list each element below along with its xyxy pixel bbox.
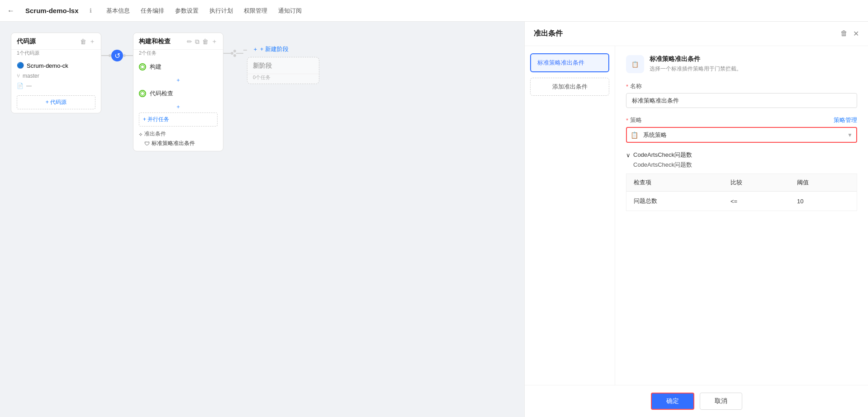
branch-item: ⑂ master bbox=[11, 72, 101, 82]
check-table-header-row: 检查项 比较 阈值 bbox=[626, 174, 857, 192]
strategy-icon: 📋 bbox=[631, 61, 639, 68]
back-button[interactable]: ← bbox=[7, 7, 14, 15]
nav-items: 基本信息 任务编排 参数设置 执行计划 权限管理 通知订阅 bbox=[106, 7, 302, 15]
stage-build: 构建和检查 ✏ ⧉ 🗑 ＋ 2个任务 bbox=[133, 33, 243, 151]
task-code-check-add[interactable]: ＋ bbox=[133, 101, 223, 112]
stage-card-build: 构建和检查 ✏ ⧉ 🗑 ＋ 2个任务 bbox=[133, 33, 223, 151]
col-check: 检查项 bbox=[626, 174, 723, 192]
pipeline-canvas: 代码源 🗑 ＋ 1个代码源 🔵 Scrum-demo-ck ⑂ bbox=[0, 22, 524, 162]
stage-build-add[interactable]: ＋ bbox=[211, 37, 218, 46]
file-icon: 📄 bbox=[17, 83, 24, 89]
connector-2 bbox=[223, 33, 243, 57]
col-compare: 比较 bbox=[723, 174, 790, 192]
strategy-info-text: 标准策略准出条件 选择一个标准插件策略用于门禁拦截。 bbox=[650, 55, 742, 73]
nav-item-tasks[interactable]: 任务编排 bbox=[141, 7, 164, 15]
add-stage-section: ＋ + 新建阶段 新阶段 0个任务 bbox=[247, 33, 319, 84]
add-stage-line bbox=[243, 50, 247, 51]
section-collapse-icon: ∨ bbox=[626, 152, 631, 159]
exit-condition-item[interactable]: 🛡 标准策略准出条件 bbox=[139, 138, 218, 147]
strategy-select-arrow: ▼ bbox=[847, 132, 853, 138]
stage-source-actions: 🗑 ＋ bbox=[80, 37, 95, 46]
check-section: ∨ CodeArtsCheck问题数 CodeArtsCheck问题数 检查项 … bbox=[626, 151, 857, 211]
exit-condition-title: 准出条件 bbox=[144, 130, 166, 138]
task-build-name: 构建 bbox=[150, 63, 161, 71]
parallel-add-button[interactable]: + 并行任务 bbox=[143, 116, 169, 122]
panel-delete-button[interactable]: 🗑 bbox=[840, 29, 848, 38]
info-icon[interactable]: ℹ bbox=[90, 7, 92, 14]
right-panel-title: 准出条件 bbox=[534, 29, 563, 38]
stage-new-title: 新阶段 bbox=[253, 62, 272, 70]
cancel-button[interactable]: 取消 bbox=[700, 393, 742, 410]
nav-item-basic[interactable]: 基本信息 bbox=[106, 7, 130, 15]
stage-source-title: 代码源 bbox=[17, 37, 36, 46]
source-item-repo: 🔵 Scrum-demo-ck bbox=[11, 59, 101, 72]
panel-close-button[interactable]: ✕ bbox=[853, 29, 859, 38]
stage-source-subtitle: 1个代码源 bbox=[11, 50, 101, 59]
check-table: 检查项 比较 阈值 问题总数 <= 10 bbox=[626, 173, 857, 211]
col-threshold: 阈值 bbox=[790, 174, 857, 192]
nav-item-plan[interactable]: 执行计划 bbox=[209, 7, 233, 15]
stage-source-add[interactable]: ＋ bbox=[89, 37, 95, 46]
cell-compare: <= bbox=[723, 192, 790, 211]
form-label-name: * 名称 bbox=[626, 82, 857, 90]
check-section-sub-label: CodeArtsCheck问题数 bbox=[626, 161, 857, 169]
task-code-check-icon bbox=[139, 90, 146, 97]
strategy-icon-box: 📋 bbox=[626, 55, 644, 73]
nav-item-access[interactable]: 权限管理 bbox=[244, 7, 267, 15]
check-section-header[interactable]: ∨ CodeArtsCheck问题数 bbox=[626, 151, 857, 159]
stage-build-edit[interactable]: ✏ bbox=[187, 38, 192, 45]
cell-threshold: 10 bbox=[790, 192, 857, 211]
source-repo-name[interactable]: Scrum-demo-ck bbox=[27, 62, 68, 69]
strategy-select-wrapper: 📋 系统策略 ▼ bbox=[626, 127, 857, 143]
check-table-body: 问题总数 <= 10 bbox=[626, 192, 857, 211]
condition-btn-standard[interactable]: 标准策略准出条件 bbox=[530, 53, 609, 72]
task-build-add[interactable]: ＋ bbox=[133, 75, 223, 86]
name-required-mark: * bbox=[626, 83, 628, 90]
add-stage-button[interactable]: ＋ + 新建阶段 bbox=[247, 42, 319, 57]
stage-build-delete[interactable]: 🗑 bbox=[202, 38, 209, 45]
stage-build-copy[interactable]: ⧉ bbox=[195, 38, 199, 46]
right-panel-footer: 确定 取消 bbox=[525, 385, 868, 417]
stage-source-title-group: 代码源 bbox=[17, 37, 36, 46]
add-stage-plus: ＋ bbox=[252, 45, 258, 53]
repo-icon: 🔵 bbox=[17, 62, 24, 69]
stage-source: 代码源 🗑 ＋ 1个代码源 🔵 Scrum-demo-ck ⑂ bbox=[11, 33, 133, 113]
task-build-icon bbox=[139, 63, 146, 70]
stage-new-header: 新阶段 bbox=[247, 57, 319, 74]
branch-name: master bbox=[23, 73, 39, 79]
add-stage-label: + 新建阶段 bbox=[260, 45, 289, 53]
task-build[interactable]: 构建 bbox=[133, 59, 223, 75]
stage-source-delete[interactable]: 🗑 bbox=[80, 38, 86, 45]
confirm-button[interactable]: 确定 bbox=[651, 393, 694, 410]
svg-point-1 bbox=[141, 92, 144, 95]
form-field-strategy: * 策略 策略管理 📋 系统策略 ▼ bbox=[626, 116, 857, 143]
nav-item-params[interactable]: 参数设置 bbox=[175, 7, 199, 15]
check-table-head: 检查项 比较 阈值 bbox=[626, 174, 857, 192]
stage-new: 新阶段 0个任务 bbox=[247, 57, 319, 84]
add-source-button[interactable]: + 代码源 bbox=[17, 95, 95, 109]
task-code-check[interactable]: 代码检查 bbox=[133, 86, 223, 101]
name-input[interactable] bbox=[626, 93, 857, 108]
right-panel-body: 标准策略准出条件 添加准出条件 📋 标准策略准出条件 选择一个标准插件策略用于门… bbox=[525, 46, 868, 385]
stage-card-source: 代码源 🗑 ＋ 1个代码源 🔵 Scrum-demo-ck ⑂ bbox=[11, 33, 101, 113]
stage-source-header: 代码源 🗑 ＋ bbox=[11, 33, 101, 50]
connector-circle[interactable]: ↺ bbox=[111, 50, 123, 61]
connector-2-top-dot bbox=[233, 50, 236, 52]
branch-icon: ⑂ bbox=[17, 73, 20, 79]
connector-2-line-left bbox=[223, 53, 231, 54]
strategy-management-link[interactable]: 策略管理 bbox=[834, 116, 857, 124]
parallel-section: + 并行任务 bbox=[139, 112, 218, 127]
nav-item-notify[interactable]: 通知订阅 bbox=[278, 7, 302, 15]
condition-btn-add[interactable]: 添加准出条件 bbox=[530, 78, 609, 96]
exit-icon: ⟡ bbox=[139, 131, 142, 137]
strategy-label-text: 策略 bbox=[630, 116, 642, 124]
exit-condition-header: ⟡ 准出条件 bbox=[139, 130, 218, 138]
canvas-area: 代码源 🗑 ＋ 1个代码源 🔵 Scrum-demo-ck ⑂ bbox=[0, 22, 524, 417]
stage-build-title: 构建和检查 bbox=[139, 37, 171, 46]
strategy-select[interactable]: 系统策略 bbox=[626, 127, 857, 143]
right-panel: 准出条件 🗑 ✕ 标准策略准出条件 添加准出条件 📋 bbox=[524, 22, 868, 417]
stage-build-title-group: 构建和检查 bbox=[139, 37, 171, 46]
condition-content: 📋 标准策略准出条件 选择一个标准插件策略用于门禁拦截。 * 名称 bbox=[615, 46, 868, 385]
right-panel-actions: 🗑 ✕ bbox=[840, 29, 859, 38]
strategy-select-icon: 📋 bbox=[631, 131, 638, 139]
